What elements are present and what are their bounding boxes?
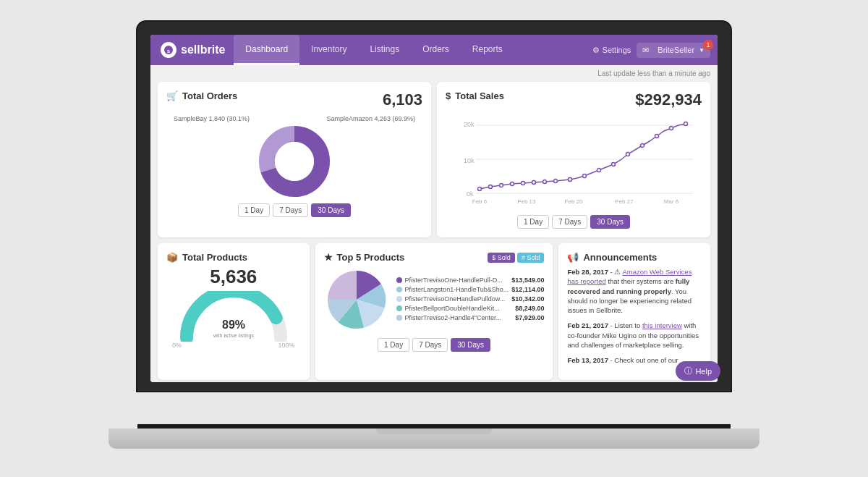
svg-text:Feb 13: Feb 13 [518,198,536,205]
settings-label: Settings [603,46,631,54]
top5-7days-btn[interactable]: 7 Days [412,338,448,352]
list-item: PfisterBellportDoubleHandleKit... $8,249… [396,305,545,312]
screen: s sellbrite Dashboard Inventory Listings… [150,35,718,382]
svg-point-12 [478,187,482,191]
svg-text:Feb 6: Feb 6 [472,198,488,205]
announcement-item-2: Feb 21, 2017 - Listen to this interview … [567,321,702,350]
gauge-svg: 89% with active listings [176,291,292,342]
notification-badge: 1 [703,40,713,50]
orders-30days-btn[interactable]: 30 Days [311,203,351,217]
top5-time-buttons: 1 Day 7 Days 30 Days [324,338,545,352]
svg-text:with active listings: with active listings [213,333,255,339]
gauge-min: 0% [172,342,182,349]
product-amount-1: $13,549.00 [511,277,544,284]
total-sales-value: $292,934 [635,90,702,109]
content-area: Last update less than a minute ago 🛒 Tot… [150,65,718,382]
total-sales-widget: $ Total Sales $292,934 20k 10k [437,82,710,237]
list-item: PfisterTrevisoOneHandlePulldow... $10,34… [396,295,545,303]
svg-point-19 [554,180,558,183]
product-amount-5: $7,929.00 [515,314,544,321]
products-chart: PfisterTrevisoOne-HandlePull-D... $13,54… [324,267,545,332]
donut-chart-container [166,125,422,198]
sales-30days-btn[interactable]: 30 Days [590,215,630,229]
donut-chart-svg [247,125,341,198]
product-name-1: PfisterTrevisoOne-HandlePull-D... [405,277,509,284]
total-orders-widget: 🛒 Total Orders 6,103 SampleBay 1,840 (30… [158,82,431,237]
gauge-container: 89% with active listings 0% 100% [166,291,301,349]
gauge-max: 100% [278,342,295,349]
sales-1day-btn[interactable]: 1 Day [517,215,549,229]
tab-reports[interactable]: Reports [461,35,514,65]
samplebay-label: SampleBay 1,840 (30.1%) [174,115,250,122]
help-circle-icon: ⓘ [684,366,692,376]
total-sales-header: $ Total Sales $292,934 [446,90,702,109]
tab-inventory[interactable]: Inventory [299,35,358,65]
laptop-base [109,429,760,449]
product-dot-3 [396,296,402,302]
svg-point-16 [522,182,525,185]
gauge-labels: 0% 100% [166,342,301,349]
announcements-title: 📢 Announcements [567,252,702,263]
user-menu-button[interactable]: ✉ 1 BriteSeller ▼ [637,43,710,58]
box-icon: 📦 [166,252,178,263]
settings-button[interactable]: ⚙ Settings [592,46,631,55]
svg-text:20k: 20k [464,121,475,128]
announcements-list: Feb 28, 2017 - ⚠ Amazon Web Services has… [567,267,702,366]
svg-text:10k: 10k [464,157,475,164]
total-orders-value: 6,103 [383,90,422,109]
svg-text:0k: 0k [467,190,474,198]
line-chart-svg: 20k 10k 0k [446,118,702,205]
svg-point-17 [532,181,536,185]
orders-1day-btn[interactable]: 1 Day [238,203,270,217]
ann-link-2[interactable]: this interview [642,321,682,329]
top5-header: ★ Top 5 Products $ Sold # Sold [324,252,545,263]
user-label: BriteSeller [658,46,694,54]
svg-text:Feb 27: Feb 27 [616,198,634,205]
total-products-widget: 📦 Total Products 5,636 [158,243,310,380]
list-item: PfisterTrevisoOne-HandlePull-D... $13,54… [396,277,545,284]
svg-point-23 [612,163,616,166]
total-products-value-container: 5,636 [166,266,301,288]
svg-text:Feb 20: Feb 20 [565,198,583,205]
product-name-5: PfisterTreviso2-Handle4"Center... [405,314,513,321]
svg-point-24 [626,153,630,156]
bottom-widgets-grid: 📦 Total Products 5,636 [158,243,710,380]
cart-icon: 🛒 [166,90,178,101]
product-dot-4 [396,305,402,311]
svg-point-21 [583,174,587,178]
sales-7days-btn[interactable]: 7 Days [552,215,587,229]
total-orders-time-buttons: 1 Day 7 Days 30 Days [166,203,422,217]
product-amount-3: $10,342.00 [511,295,544,303]
orders-7days-btn[interactable]: 7 Days [273,203,308,217]
tab-dashboard[interactable]: Dashboard [234,35,299,65]
product-list: PfisterTrevisoOne-HandlePull-D... $13,54… [396,277,545,324]
gear-icon: ⚙ [592,46,600,55]
product-amount-4: $8,249.00 [515,305,544,312]
app: s sellbrite Dashboard Inventory Listings… [150,35,718,382]
num-sold-btn[interactable]: # Sold [517,253,545,263]
total-products-value: 5,636 [166,266,301,288]
total-products-title: 📦 Total Products [166,252,301,263]
ann-date-2: Feb 21, 2017 [567,321,608,329]
svg-text:s: s [167,48,171,54]
tab-listings[interactable]: Listings [358,35,411,65]
last-update: Last update less than a minute ago [158,69,710,77]
donut-labels: SampleBay 1,840 (30.1%) SampleAmazon 4,2… [166,115,422,122]
help-button[interactable]: ⓘ Help [676,361,718,381]
dollar-sold-btn[interactable]: $ Sold [488,253,515,263]
product-name-4: PfisterBellportDoubleHandleKit... [405,305,513,312]
logo-text: sellbrite [181,43,225,56]
total-sales-time-buttons: 1 Day 7 Days 30 Days [446,215,702,229]
product-name-2: PfisterLangston1-HandleTub&Sho... [405,286,509,293]
product-dot-2 [396,287,402,292]
top5-products-widget: ★ Top 5 Products $ Sold # Sold [315,243,553,380]
svg-point-27 [670,127,673,130]
top5-1day-btn[interactable]: 1 Day [378,338,409,352]
top5-pie-svg [324,267,389,332]
product-dot-1 [396,277,402,283]
product-name-3: PfisterTrevisoOneHandlePulldow... [405,295,509,303]
tab-orders[interactable]: Orders [411,35,461,65]
product-dot-5 [396,315,402,321]
top5-30days-btn[interactable]: 30 Days [451,338,490,352]
svg-point-20 [569,178,572,182]
